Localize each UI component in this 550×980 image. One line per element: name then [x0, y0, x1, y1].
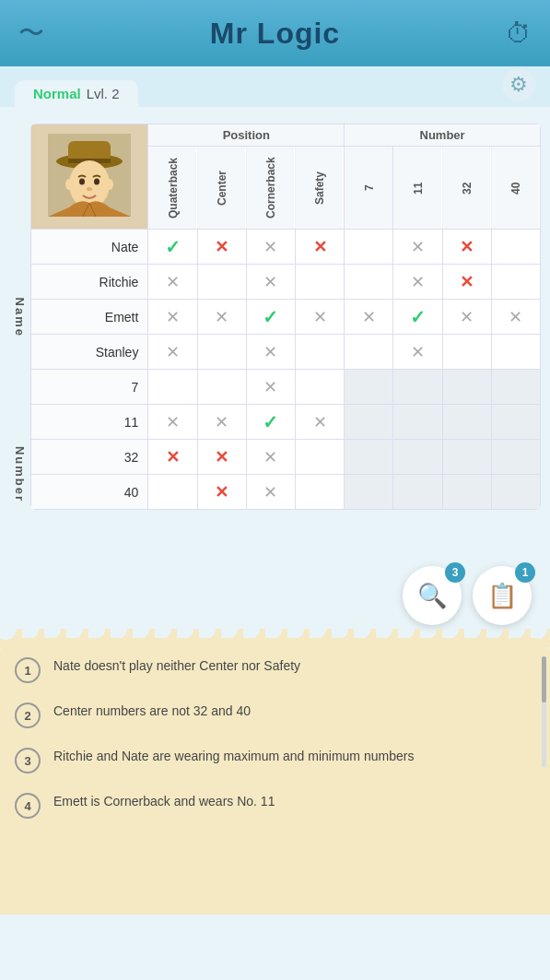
cell-7-2[interactable]: ✕: [246, 370, 295, 405]
row-name-ritchie: Ritchie: [31, 265, 148, 300]
position-group-header: Position: [148, 124, 345, 147]
cell-40-0[interactable]: [148, 475, 197, 510]
col-quarterback: Quaterback: [148, 147, 197, 230]
app-title: Mr Logic: [210, 17, 340, 51]
cell-stanley-1[interactable]: [197, 335, 246, 370]
cell-ritchie-0[interactable]: ✕: [148, 265, 197, 300]
svg-point-7: [87, 187, 92, 191]
cell-32-1[interactable]: ✕: [197, 440, 246, 475]
row-name-nate: Nate: [31, 230, 148, 265]
search-button[interactable]: 🔍 3: [403, 566, 462, 625]
cell-7-3[interactable]: [295, 370, 344, 405]
cell-11-2[interactable]: ✓: [246, 405, 295, 440]
svg-point-5: [79, 179, 85, 185]
cell-7-0[interactable]: [148, 370, 197, 405]
axis-number-label: Number: [9, 391, 30, 557]
cell-stanley-2[interactable]: ✕: [246, 335, 295, 370]
cell-32-3[interactable]: [295, 440, 344, 475]
cell-nate-0[interactable]: ✓: [148, 230, 197, 265]
cell-40-5: [393, 475, 442, 510]
scrollbar[interactable]: [542, 656, 546, 767]
row-name-11: 11: [31, 405, 148, 440]
cell-emett-5[interactable]: ✓: [393, 300, 442, 335]
cell-nate-4[interactable]: [345, 230, 393, 265]
header: 〜 Mr Logic ⏱: [0, 0, 550, 66]
cell-11-4: [345, 405, 393, 440]
cell-emett-2[interactable]: ✓: [246, 300, 295, 335]
clue-number-1: 1: [15, 657, 41, 683]
cell-11-3[interactable]: ✕: [295, 405, 344, 440]
row-name-7: 7: [31, 370, 148, 405]
clues-section: 1 Nate doesn't play neither Center nor S…: [0, 638, 550, 915]
clue-text-2: Center numbers are not 32 and 40: [53, 702, 251, 721]
cell-ritchie-6[interactable]: ✕: [442, 265, 491, 300]
cell-emett-3[interactable]: ✕: [295, 300, 344, 335]
cell-40-3[interactable]: [295, 475, 344, 510]
cell-nate-5[interactable]: ✕: [393, 230, 442, 265]
cell-nate-2[interactable]: ✕: [246, 230, 295, 265]
clue-text-1: Nate doesn't play neither Center nor Saf…: [53, 656, 300, 676]
cell-32-0[interactable]: ✕: [148, 440, 197, 475]
cell-7-1[interactable]: [197, 370, 246, 405]
axis-labels: Name Number: [9, 124, 30, 557]
cell-stanley-5[interactable]: ✕: [393, 335, 442, 370]
cell-ritchie-4[interactable]: [345, 265, 393, 300]
cell-32-4: [345, 440, 393, 475]
grid-container: Name Number: [9, 124, 541, 557]
cell-11-0[interactable]: ✕: [148, 405, 197, 440]
scroll-thumb[interactable]: [542, 656, 546, 703]
cell-7-5: [393, 370, 442, 405]
cell-ritchie-7[interactable]: [491, 265, 540, 300]
avatar-image: [48, 134, 131, 217]
clue-item-2: 2 Center numbers are not 32 and 40: [15, 702, 535, 728]
clue-item-4: 4 Emett is Cornerback and wears No. 11: [15, 792, 535, 819]
col-11: 11: [393, 147, 442, 230]
cell-nate-7[interactable]: [491, 230, 540, 265]
cell-emett-4[interactable]: ✕: [345, 300, 393, 335]
cell-stanley-3[interactable]: [295, 335, 344, 370]
cell-32-7: [491, 440, 540, 475]
cell-stanley-7[interactable]: [491, 335, 540, 370]
col-safety: Safety: [295, 147, 344, 230]
col-32: 32: [442, 147, 491, 230]
logic-table: Position Number Quaterback Center Corner…: [30, 124, 541, 510]
cell-emett-7[interactable]: ✕: [491, 300, 540, 335]
settings-button[interactable]: ⚙: [502, 68, 535, 101]
cell-nate-6[interactable]: ✕: [442, 230, 491, 265]
svg-point-8: [65, 179, 73, 190]
cell-11-1[interactable]: ✕: [197, 405, 246, 440]
cell-ritchie-2[interactable]: ✕: [246, 265, 295, 300]
difficulty-label: Normal: [33, 86, 81, 101]
cell-nate-3[interactable]: ✕: [295, 230, 344, 265]
cell-7-4: [345, 370, 393, 405]
svg-point-4: [69, 160, 110, 208]
cell-emett-6[interactable]: ✕: [442, 300, 491, 335]
logo-left-icon: 〜: [18, 16, 44, 51]
clues-list: 1 Nate doesn't play neither Center nor S…: [15, 656, 535, 819]
cell-stanley-0[interactable]: ✕: [148, 335, 197, 370]
clue-text-4: Emett is Cornerback and wears No. 11: [53, 792, 275, 811]
cell-40-2[interactable]: ✕: [246, 475, 295, 510]
cell-nate-1[interactable]: ✕: [197, 230, 246, 265]
cell-32-5: [393, 440, 442, 475]
avatar-cell: [31, 124, 148, 230]
col-7: 7: [345, 147, 393, 230]
cell-stanley-4[interactable]: [345, 335, 393, 370]
checklist-button[interactable]: 📋 1: [473, 566, 532, 625]
col-cornerback: Cornerback: [246, 147, 295, 230]
axis-name-label: Name: [9, 243, 30, 391]
cell-emett-1[interactable]: ✕: [197, 300, 246, 335]
tab-normal[interactable]: Normal Lvl. 2: [15, 80, 138, 107]
cell-ritchie-3[interactable]: [295, 265, 344, 300]
cell-11-7: [491, 405, 540, 440]
cell-emett-0[interactable]: ✕: [148, 300, 197, 335]
tab-bar: Normal Lvl. 2 ⚙: [0, 66, 550, 107]
cell-ritchie-1[interactable]: [197, 265, 246, 300]
cell-40-1[interactable]: ✕: [197, 475, 246, 510]
clue-number-4: 4: [15, 793, 41, 819]
svg-point-6: [94, 179, 99, 185]
cell-ritchie-5[interactable]: ✕: [393, 265, 442, 300]
cell-32-2[interactable]: ✕: [246, 440, 295, 475]
cell-32-6: [442, 440, 491, 475]
cell-stanley-6[interactable]: [442, 335, 491, 370]
